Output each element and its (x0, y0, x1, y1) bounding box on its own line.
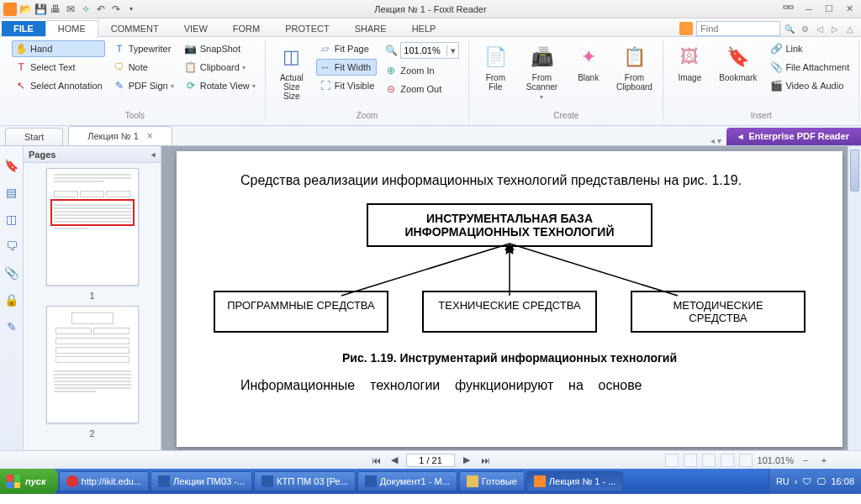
view-fullscreen-icon[interactable] (739, 454, 753, 467)
pdf-sign-tool[interactable]: ✎PDF Sign ▾ (110, 77, 177, 94)
tab-protect[interactable]: PROTECT (272, 20, 342, 36)
tray-volume-icon[interactable]: 🛡 (802, 476, 811, 486)
close-icon[interactable]: ✕ (841, 3, 858, 15)
maximize-icon[interactable]: ☐ (821, 3, 837, 15)
tab-file[interactable]: FILE (2, 21, 45, 36)
signatures-panel-icon[interactable]: ✎ (4, 319, 19, 334)
video-audio-button[interactable]: 🎬Video & Audio (767, 77, 852, 94)
tab-form[interactable]: FORM (220, 20, 272, 36)
image-button[interactable]: 🖼Image (670, 40, 709, 109)
blank-button[interactable]: ✦Blank (569, 40, 608, 109)
next-page-icon[interactable]: ▶ (460, 454, 473, 467)
thumbnails[interactable]: 1 2 (24, 163, 161, 450)
view-continuous-icon[interactable] (684, 454, 697, 467)
taskbar-item-2[interactable]: КТП ПМ 03 [Ре... (254, 471, 356, 491)
start-button[interactable]: пуск (0, 469, 58, 494)
zoom-in-button[interactable]: ⊕Zoom In (382, 62, 462, 79)
save-icon[interactable]: 💾 (34, 3, 47, 16)
doc-tab-current[interactable]: Лекция № 1× (68, 126, 172, 145)
next-find-icon[interactable]: ▷ (829, 23, 841, 34)
clipboard-tool[interactable]: 📋Clipboard ▾ (182, 59, 258, 76)
zoom-input[interactable] (401, 45, 446, 55)
snapshot-label: SnapShot (200, 44, 240, 54)
fit-page-button[interactable]: ▱Fit Page (316, 40, 377, 57)
svg-rect-0 (784, 6, 788, 8)
new-icon[interactable]: ✧ (79, 3, 92, 16)
tab-home[interactable]: HOME (45, 20, 98, 37)
fit-visible-button[interactable]: ⛶Fit Visible (316, 77, 377, 94)
file-attachment-button[interactable]: 📎File Attachment (767, 59, 852, 76)
view-facing-icon[interactable] (702, 454, 716, 467)
undo-icon[interactable]: ↶ (94, 3, 108, 16)
taskbar-item-5[interactable]: Лекция № 1 - ... (526, 471, 624, 491)
gear-icon[interactable]: ⚙ (799, 23, 811, 34)
zoom-value[interactable]: 🔍▾ (382, 40, 462, 60)
search-input[interactable] (696, 21, 780, 36)
bookmark-panel-icon[interactable]: 🔖 (4, 158, 19, 173)
taskbar-item-1[interactable]: Лекции ПМ03 -... (151, 471, 252, 491)
actual-size-button[interactable]: ◫ Actual SizeSize (272, 40, 311, 109)
taskbar-item-4[interactable]: Готовые (459, 471, 525, 491)
first-page-icon[interactable]: ⏮ (369, 454, 383, 467)
enterprise-banner[interactable]: ◂Enterprise PDF Reader (726, 128, 861, 145)
zoom-in-status-icon[interactable]: + (817, 454, 831, 467)
hand-tool[interactable]: ✋Hand (12, 40, 105, 57)
document-viewport[interactable]: Средства реализации информационных техно… (161, 146, 861, 450)
doc-tab-start[interactable]: Start (5, 128, 63, 145)
thumbnail-2[interactable] (46, 306, 139, 423)
select-annotation-tool[interactable]: ↖Select Annotation (12, 77, 105, 94)
from-file-label: From File (481, 73, 510, 92)
zoom-dropdown-icon[interactable]: ▾ (446, 45, 458, 56)
prev-find-icon[interactable]: ◁ (814, 23, 826, 34)
zoom-out-status-icon[interactable]: − (799, 454, 812, 467)
vertical-scrollbar[interactable] (848, 146, 861, 450)
pages-panel-icon[interactable]: ▤ (4, 185, 19, 200)
select-text-tool[interactable]: ᎢSelect Text (12, 59, 105, 76)
note-tool[interactable]: 🗨Note (110, 59, 177, 76)
redo-icon[interactable]: ↷ (109, 3, 123, 16)
view-single-icon[interactable] (665, 454, 679, 467)
minimize-icon[interactable]: ─ (800, 3, 817, 15)
bookmark-button[interactable]: 🔖Bookmark (714, 40, 762, 109)
snapshot-tool[interactable]: 📷SnapShot (182, 40, 258, 57)
layers-panel-icon[interactable]: ◫ (4, 212, 19, 227)
tray-expand-icon[interactable]: ‹ (795, 476, 798, 486)
search-app-icon[interactable] (679, 22, 693, 35)
tray-monitor-icon[interactable]: 🖵 (816, 476, 826, 486)
taskbar-item-0[interactable]: http://ikit.edu... (59, 471, 150, 491)
attachments-panel-icon[interactable]: 📎 (4, 265, 19, 281)
close-tab-icon[interactable]: × (147, 130, 153, 142)
security-panel-icon[interactable]: 🔒 (4, 292, 19, 307)
tab-view[interactable]: VIEW (172, 20, 220, 36)
rotate-view-tool[interactable]: ⟳Rotate View ▾ (182, 77, 258, 94)
lang-indicator[interactable]: RU (776, 476, 790, 486)
tabs-overflow-icon[interactable]: ◂ ▾ (705, 136, 726, 145)
link-button[interactable]: 🔗Link (767, 40, 852, 57)
from-file-button[interactable]: 📄From File (476, 40, 515, 109)
mail-icon[interactable]: ✉ (64, 3, 77, 16)
from-scanner-button[interactable]: 📠From Scanner ▾ (520, 40, 563, 109)
view-cont-facing-icon[interactable] (721, 454, 734, 467)
panel-collapse-icon[interactable]: ◂ (151, 150, 156, 159)
comments-panel-icon[interactable]: 🗨 (4, 239, 19, 254)
tab-comment[interactable]: COMMENT (98, 20, 172, 36)
typewriter-tool[interactable]: ＴTypewriter (110, 40, 177, 57)
print-icon[interactable]: 🖶 (49, 3, 62, 16)
collapse-ribbon-icon[interactable]: △ (844, 23, 856, 34)
tab-share[interactable]: SHARE (342, 20, 399, 36)
page-input[interactable] (406, 454, 455, 467)
taskbar-item-3[interactable]: Документ1 - M... (357, 471, 457, 491)
thumbnail-1[interactable] (46, 168, 139, 286)
tab-help[interactable]: HELP (399, 20, 449, 36)
scrollbar-thumb[interactable] (850, 150, 859, 192)
qa-dropdown-icon[interactable]: ▾ (124, 3, 138, 16)
ribbon-min-icon[interactable] (780, 3, 797, 15)
zoom-out-button[interactable]: ⊖Zoom Out (382, 81, 462, 97)
prev-page-icon[interactable]: ◀ (388, 454, 401, 467)
fit-width-button[interactable]: ↔Fit Width (316, 59, 377, 76)
last-page-icon[interactable]: ⏭ (478, 454, 492, 467)
clock[interactable]: 16:08 (831, 476, 854, 486)
from-clipboard-button[interactable]: 📋From Clipboard (613, 40, 657, 109)
search-go-icon[interactable]: 🔍 (784, 23, 795, 34)
open-icon[interactable]: 📂 (18, 3, 32, 16)
